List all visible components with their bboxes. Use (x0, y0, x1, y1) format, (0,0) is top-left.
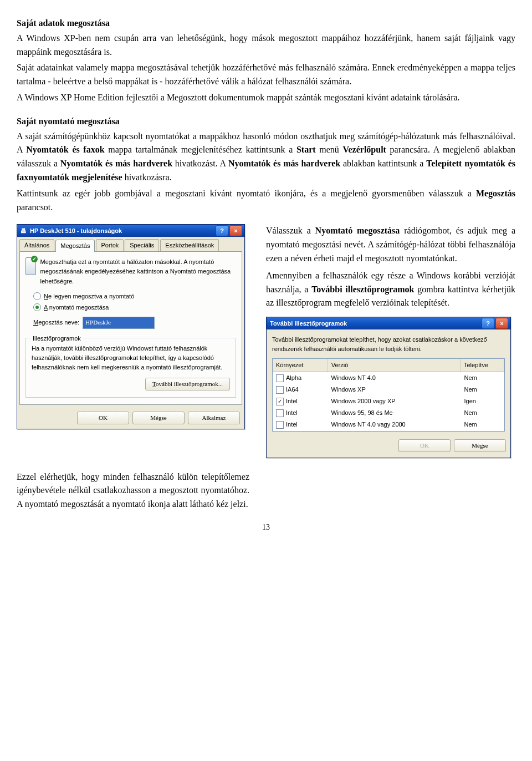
dialog1-info: Megoszthatja ezt a nyomtatót a hálózaton… (40, 257, 236, 286)
section1-p2: Saját adatainkat valamely mappa megosztá… (17, 61, 515, 89)
section1-p3: A Windows XP Home Edition fejlesztői a M… (17, 91, 515, 105)
help-button-2[interactable]: ? (482, 318, 494, 329)
section2-title: Saját nyomtató megosztása (17, 115, 515, 129)
list-header: Környezet Verzió Telepítve (273, 359, 504, 372)
section1-title: Saját adatok megosztása (17, 17, 515, 31)
list-row[interactable]: IntelWindows 95, 98 és MeNem (273, 407, 504, 419)
driver-checkbox[interactable] (276, 374, 284, 382)
dialog1-title: HP DeskJet 510 - tulajdonságok (30, 226, 214, 236)
radio-share-row[interactable]: A nyomtató megosztásaA nyomtató megosztá… (33, 303, 236, 312)
printer-icon: 🖶 (21, 226, 27, 236)
driver-checkbox[interactable] (276, 421, 284, 429)
extra-drivers-dialog: További illesztőprogramok ? × További il… (266, 317, 511, 458)
ok-button-2[interactable]: OK (398, 439, 451, 452)
radio-noshare-row[interactable]: NNe legyen megosztva a nyomtatóe legyen … (33, 292, 236, 301)
driver-checkbox[interactable] (276, 398, 284, 405)
list-row[interactable]: IntelWindows 2000 vagy XPIgen (273, 395, 504, 407)
driver-checkbox[interactable] (276, 386, 284, 394)
tab-device[interactable]: Eszközbeállítások (160, 239, 219, 251)
list-row[interactable]: AlphaWindows NT 4.0Nem (273, 372, 504, 384)
rightcol-p1: Válasszuk a Nyomtató megosztása rádiógom… (266, 224, 515, 265)
list-row[interactable]: IA64Windows XPNem (273, 384, 504, 395)
radio-noshare[interactable] (33, 292, 41, 300)
cancel-button[interactable]: Mégse (132, 412, 185, 424)
rightcol-p2: Amennyiben a felhasználók egy része a Wi… (266, 269, 515, 310)
help-button[interactable]: ? (216, 225, 228, 236)
dialog2-title: További illesztőprogramok (270, 319, 480, 328)
section1-p1: A Windows XP-ben nem csupán arra van leh… (17, 32, 515, 59)
ok-button[interactable]: OK (77, 412, 129, 424)
extra-drivers-button[interactable]: További illesztőprogramok...További ille… (145, 378, 230, 390)
printer-properties-dialog: 🖶 HP DeskJet 510 - tulajdonságok ? × Ált… (17, 224, 245, 429)
driver-checkbox[interactable] (276, 409, 284, 417)
printer-share-icon (25, 257, 36, 275)
list-row[interactable]: IntelWindows NT 4.0 vagy 2000Nem (273, 419, 504, 430)
cancel-button-2[interactable]: Mégse (454, 439, 506, 452)
two-column-row: 🖶 HP DeskJet 510 - tulajdonságok ? × Ált… (17, 224, 515, 458)
section2-p2: Kattintsunk az egér jobb gombjával a meg… (17, 187, 515, 215)
share-name-input[interactable]: HPDeskJe (83, 317, 155, 329)
drivers-group-title: Illesztőprogramok (30, 334, 83, 343)
dialog2-titlebar[interactable]: További illesztőprogramok ? × (267, 317, 510, 329)
closing-p: Ezzel elérhetjük, hogy minden felhasznál… (17, 470, 249, 511)
tab-general[interactable]: Általános (19, 239, 54, 251)
apply-button[interactable]: Alkalmaz (188, 412, 240, 424)
close-button[interactable]: × (229, 225, 242, 236)
dialog1-tabs: Általános Megosztás Portok Speciális Esz… (17, 237, 244, 251)
page-number: 13 (17, 521, 515, 534)
tab-sharing[interactable]: Megosztás (55, 240, 95, 252)
close-button-2[interactable]: × (495, 318, 508, 329)
dialog1-titlebar[interactable]: 🖶 HP DeskJet 510 - tulajdonságok ? × (17, 225, 244, 237)
tab-advanced[interactable]: Speciális (125, 239, 159, 251)
dialog2-info: További illesztőprogramokat telepíthet, … (272, 335, 505, 354)
section2-p1: A saját számítógépünkhöz kapcsolt nyomta… (17, 130, 515, 185)
drivers-list[interactable]: Környezet Verzió Telepítve AlphaWindows … (272, 358, 505, 431)
radio-share[interactable] (33, 303, 41, 311)
drivers-group-text: Ha a nyomtatót különböző verziójú Window… (32, 344, 230, 372)
tab-ports[interactable]: Portok (96, 239, 124, 251)
